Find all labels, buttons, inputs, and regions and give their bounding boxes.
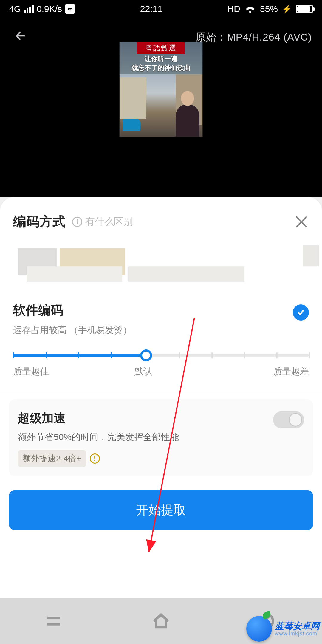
accel-badge: 额外提速2-4倍+ — [18, 450, 86, 467]
quality-slider[interactable]: 质量越佳 默认 质量越差 — [0, 345, 322, 390]
slider-label-mid: 默认 — [134, 366, 152, 378]
original-format-label: 原始：MP4/H.264 (AVC) — [196, 30, 312, 44]
warning-icon[interactable]: ! — [90, 453, 100, 464]
accel-title: 超级加速 — [18, 410, 304, 426]
start-extract-button[interactable]: 开始提取 — [9, 490, 313, 530]
divider — [0, 393, 322, 393]
video-preview-area: 原始：MP4/H.264 (AVC) 粤語甄選 让你听一遍 就忘不了的神仙歌曲 — [0, 18, 322, 197]
slider-track[interactable] — [13, 354, 309, 357]
toggle-knob — [289, 413, 302, 427]
signal-icon — [24, 5, 34, 13]
slider-label-left: 质量越佳 — [13, 366, 49, 378]
encode-sheet: 编码方式 i 有什么区别 软件编码 运存占用较高 （手机易发烫） — [0, 197, 322, 644]
software-encode-subtitle: 运存占用较高 （手机易发烫） — [13, 324, 309, 336]
selected-check-icon — [293, 304, 309, 321]
codec-tab-3[interactable] — [27, 266, 122, 282]
clock: 22:11 — [140, 4, 162, 14]
status-right: HD 85% ⚡ — [227, 4, 313, 14]
watermark: 蓝莓安卓网 www.lmkjst.com — [246, 616, 320, 642]
software-encode-section[interactable]: 软件编码 运存占用较高 （手机易发烫） — [0, 290, 322, 345]
slider-thumb[interactable] — [140, 349, 152, 361]
wifi-icon — [244, 4, 256, 13]
thumb-scene — [120, 74, 202, 137]
sheet-title: 编码方式 — [13, 213, 66, 230]
watermark-url: www.lmkjst.com — [275, 631, 320, 637]
nav-recent-icon[interactable] — [44, 612, 63, 631]
thumb-caption-1: 让你听一遍 — [120, 55, 202, 64]
watermark-logo-icon — [246, 616, 272, 642]
charging-icon: ⚡ — [282, 4, 292, 14]
watermark-title: 蓝莓安卓网 — [275, 621, 320, 631]
status-left: 4G 0.9K/s ∞ — [9, 4, 75, 14]
info-icon[interactable]: i — [72, 217, 82, 227]
network-type: 4G — [9, 4, 21, 14]
codec-tab-4[interactable] — [128, 266, 244, 282]
codec-tab-more[interactable] — [303, 245, 319, 266]
data-speed: 0.9K/s — [37, 4, 62, 14]
thumb-banner: 粤語甄選 — [137, 42, 185, 54]
close-button[interactable] — [294, 214, 309, 229]
video-thumbnail[interactable]: 粤語甄選 让你听一遍 就忘不了的神仙歌曲 — [119, 42, 203, 137]
accel-toggle[interactable] — [273, 411, 304, 428]
sheet-header: 编码方式 i 有什么区别 — [0, 197, 322, 239]
codec-tabs[interactable] — [0, 242, 322, 284]
back-button[interactable] — [12, 27, 30, 45]
super-accel-card: 超级加速 额外节省50%的时间，完美发挥全部性能 额外提速2-4倍+ ! — [9, 399, 313, 476]
slider-fill — [13, 354, 146, 357]
nav-home-icon[interactable] — [151, 612, 171, 631]
app-indicator-icon: ∞ — [65, 4, 75, 14]
slider-labels: 质量越佳 默认 质量越差 — [13, 366, 309, 378]
accel-subtitle: 额外节省50%的时间，完美发挥全部性能 — [18, 431, 304, 443]
thumb-caption-2: 就忘不了的神仙歌曲 — [120, 64, 202, 72]
slider-label-right: 质量越差 — [273, 366, 309, 378]
status-bar: 4G 0.9K/s ∞ 22:11 HD 85% ⚡ — [0, 0, 322, 18]
hd-indicator: HD — [227, 4, 240, 14]
info-link[interactable]: 有什么区别 — [85, 215, 133, 228]
battery-icon — [296, 5, 313, 13]
software-encode-title: 软件编码 — [13, 302, 309, 319]
battery-percent: 85% — [260, 4, 278, 14]
